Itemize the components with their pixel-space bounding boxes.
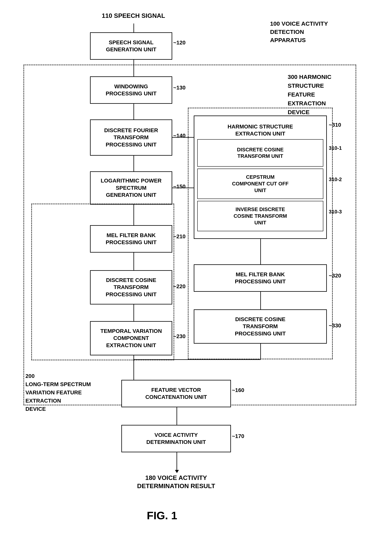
ref-310: ~310 [329, 121, 341, 128]
ref-210: ~210 [173, 233, 186, 240]
mel-320-block: MEL FILTER BANKPROCESSING UNIT [194, 264, 327, 292]
arrow-speech-to-gen [134, 24, 134, 32]
arrow-wind-to-dft [134, 104, 134, 120]
harmonic-device-label: 300 HARMONICSTRUCTUREFEATUREEXTRACTIONDE… [288, 73, 331, 116]
arrow-temporal-to-fv [134, 355, 134, 380]
arrow-vad-to-result [176, 452, 177, 470]
dct-330-block: DISCRETE COSINETRANSFORMPROCESSING UNIT [194, 309, 327, 344]
diagram: 110 SPEECH SIGNAL SPEECH SIGNALGENERATIO… [0, 0, 392, 541]
vad-apparatus-label: 100 VOICE ACTIVITYDETECTIONAPPARATUS [270, 20, 328, 44]
ref-140: ~140 [173, 132, 186, 139]
idct-block: INVERSE DISCRETECOSINE TRANSFORMUNIT [197, 201, 323, 231]
ref-230: ~230 [173, 333, 186, 340]
log-power-block: LOGARITHMIC POWERSPECTRUMGENERATION UNIT [90, 171, 172, 205]
ref-160: ~160 [232, 387, 244, 394]
temporal-block: TEMPORAL VARIATIONCOMPONENTEXTRACTION UN… [90, 321, 172, 355]
windowing-block: WINDOWINGPROCESSING UNIT [90, 76, 172, 104]
ref-310-1: 310-1 [329, 145, 342, 151]
voice-activity-block: VOICE ACTIVITYDETERMINATION UNIT [121, 425, 231, 452]
arrow-dct330-to-fv [260, 344, 261, 359]
ref-330: ~330 [329, 322, 341, 329]
dft-block: DISCRETE FOURIERTRANSFORMPROCESSING UNIT [90, 120, 172, 156]
arrow-gen-to-wind [134, 60, 134, 76]
dct-220-block: DISCRETE COSINETRANSFORMPROCESSING UNIT [90, 270, 172, 304]
ref-220: ~220 [173, 283, 186, 290]
ref-130: ~130 [173, 84, 186, 91]
arrow-dct330-to-fv-h [134, 359, 261, 360]
arrow-mel-to-dct220 [134, 253, 134, 270]
harmonic-struct-outer: HARMONIC STRUCTUREEXTRACTION UNIT DISCRE… [194, 115, 327, 239]
arrow-mel320-to-dct330 [260, 292, 261, 309]
dct-310-1-block: DISCRETE COSINETRANSFORM UNIT [197, 139, 323, 167]
fig-label: FIG. 1 [147, 509, 177, 522]
arrow-fv-to-vad [176, 407, 177, 425]
arrow-log-to-mel [134, 205, 134, 225]
long-term-label: 200LONG-TERM SPECTRUMVARIATION FEATUREEX… [26, 372, 91, 413]
ref-310-3: 310-3 [329, 208, 342, 215]
ref-320: ~320 [329, 272, 341, 279]
arrow-dft-to-log [134, 156, 134, 171]
speech-signal-gen-block: SPEECH SIGNALGENERATION UNIT [90, 32, 172, 60]
mel-210-block: MEL FILTER BANKPROCESSING UNIT [90, 225, 172, 253]
feature-vector-block: FEATURE VECTORCONCATENATION UNIT [121, 380, 231, 407]
ref-170: ~170 [232, 433, 244, 440]
cepstrum-block: CEPSTRUMCOMPONENT CUT OFFUNIT [197, 169, 323, 199]
arrow-harmonic-to-mel320 [260, 239, 261, 264]
ref-310-2: 310-2 [329, 176, 342, 183]
speech-signal-label: 110 SPEECH SIGNAL [102, 12, 165, 20]
arrow-dct220-to-temporal [134, 304, 134, 321]
ref-150: ~150 [173, 183, 186, 190]
result-label: 180 VOICE ACTIVITYDETERMINATION RESULT [102, 474, 251, 490]
ref-120: ~120 [173, 39, 186, 46]
